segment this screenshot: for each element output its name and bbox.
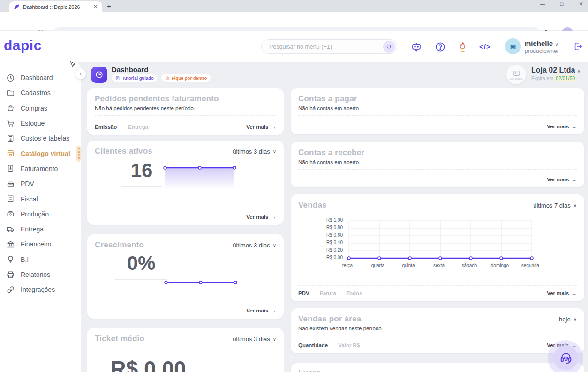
cart-icon: [6, 119, 15, 128]
window-minimize-button[interactable]: —: [539, 1, 546, 7]
vendas-tabs: PDVFaturaTodos: [298, 290, 362, 296]
folder-icon: [6, 89, 15, 97]
period-select[interactable]: hoje∨: [559, 316, 577, 323]
store-selector[interactable]: Loja 02 Ltda ∨: [531, 66, 580, 74]
browser-tab[interactable]: Dashboard :: Dapic 2026 ✕: [9, 1, 102, 12]
calculator-icon: [6, 134, 15, 143]
sidebar-item-cadastros[interactable]: Cadastros: [0, 85, 81, 100]
period-select[interactable]: últimos 3 dias∨: [233, 242, 276, 249]
x-axis-labels: terçaquartaquintasextasábadodomingosegun…: [347, 262, 534, 268]
logout-icon[interactable]: [573, 41, 583, 52]
tab[interactable]: Todos: [347, 290, 362, 296]
crescimento-value: 0%: [111, 252, 172, 275]
tab-close-icon[interactable]: ✕: [92, 4, 98, 10]
card-lucro: Lucro: [291, 363, 584, 372]
sidebar-item-faturamento[interactable]: Faturamento: [0, 161, 81, 176]
picture-icon: [513, 69, 520, 77]
user-name[interactable]: michelle ∨: [525, 39, 558, 47]
vendas-area-tabs: QuantidadeValor R$: [298, 342, 360, 348]
invoice-icon: [6, 164, 15, 173]
help-icon[interactable]: [435, 41, 446, 52]
dapic-logo[interactable]: dapic: [4, 37, 42, 53]
chevron-down-icon: ∨: [273, 336, 276, 342]
ver-mais-link[interactable]: Ver mais→: [547, 290, 577, 296]
y-axis-tick: R$ 0,00: [326, 255, 343, 263]
chevron-down-icon: ∨: [273, 243, 276, 248]
app-header: dapic </> M michelle ∨ productowner: [0, 31, 588, 62]
streak-flame-icon[interactable]: [457, 41, 468, 52]
ver-mais-link[interactable]: Ver mais→: [246, 124, 276, 130]
code-icon[interactable]: </>: [479, 43, 495, 54]
sidebar-item-estoque[interactable]: Estoque: [0, 116, 81, 131]
tab-title: Dashboard :: Dapic 2026: [23, 4, 89, 10]
register-icon: [6, 179, 15, 188]
sidebar-collapse-button[interactable]: [75, 68, 86, 79]
card-vendas-por-area: Vendas por área hoje∨ Não existem vendas…: [291, 308, 584, 353]
page-title: Dashboard: [112, 66, 148, 74]
card-title: Clientes ativos: [95, 147, 152, 156]
truck-icon: [6, 225, 15, 234]
y-axis-labels: R$ 1,00R$ 0,80R$ 0,60R$ 0,40R$ 0,20R$ 0,…: [298, 220, 347, 268]
card-ticket-medio: Ticket médio últimos 3 dias∨ R$ 0,00: [87, 328, 284, 372]
sidebar-item-fiscal[interactable]: Fiscal: [0, 191, 81, 206]
tab[interactable]: PDV: [298, 290, 309, 296]
arrow-right-icon: →: [572, 177, 577, 182]
support-chat-button[interactable]: [553, 345, 578, 370]
tab[interactable]: Quantidade: [298, 342, 328, 348]
ver-mais-link[interactable]: Ver mais→: [547, 177, 577, 182]
sidebar-item-dashboard[interactable]: Dashboard: [0, 70, 81, 85]
tab[interactable]: Fatura: [320, 290, 336, 296]
window-maximize-button[interactable]: □: [558, 1, 565, 7]
sidebar-item-integra-es[interactable]: Integrações: [0, 282, 81, 297]
clientes-ativos-value: 16: [115, 159, 168, 182]
tab[interactable]: Valor R$: [338, 342, 360, 348]
pedidos-tabs: EmissãoEntrega: [95, 124, 148, 130]
new-tab-button[interactable]: +: [107, 2, 111, 10]
menu-search[interactable]: [261, 39, 397, 54]
y-axis-tick: R$ 0,40: [326, 240, 343, 248]
card-empty-message: Não existem vendas neste período.: [298, 326, 383, 331]
sidebar-item-custos-e-tabelas[interactable]: Custos e tabelas: [0, 131, 81, 146]
tab[interactable]: Emissão: [95, 124, 117, 130]
search-icon: [386, 44, 392, 50]
user-avatar[interactable]: M: [505, 38, 521, 54]
sidebar-item-pdv[interactable]: PDV: [0, 176, 81, 191]
card-clientes-ativos: Clientes ativos últimos 3 dias∨ 16 Ver m…: [87, 141, 284, 225]
link-icon: [6, 285, 15, 294]
mouse-cursor: [69, 61, 77, 69]
card-empty-message: Não há pedidos pendentes neste período.: [95, 105, 195, 111]
chatbot-icon[interactable]: [411, 41, 422, 52]
period-select[interactable]: últimos 7 dias∨: [533, 202, 577, 209]
store-avatar[interactable]: Sem imagem: [506, 65, 526, 84]
search-button[interactable]: [383, 41, 395, 53]
fique-por-dentro-badge[interactable]: Fique por dentro: [161, 74, 211, 82]
y-axis-tick: R$ 0,80: [326, 225, 343, 233]
x-axis-tick: sábado: [454, 263, 484, 268]
tab[interactable]: Entrega: [128, 124, 148, 130]
sidebar-item-relat-rios[interactable]: Relatórios: [0, 267, 81, 282]
ticket-medio-value: R$ 0,00: [97, 356, 200, 372]
sidebar-item-financeiro[interactable]: Financeiro: [0, 237, 81, 252]
card-title: Lucro: [298, 368, 321, 372]
x-axis-tick: terça: [332, 263, 362, 268]
search-input[interactable]: [269, 44, 383, 50]
card-title: Vendas por área: [298, 314, 361, 324]
sidebar-item-cat-logo-virtual[interactable]: Catálogo virtual NOVO: [0, 146, 81, 161]
x-axis-tick: domingo: [485, 263, 515, 268]
period-select[interactable]: últimos 3 dias∨: [233, 148, 276, 155]
sidebar-item-compras[interactable]: Compras: [0, 101, 81, 116]
ver-mais-link[interactable]: Ver mais→: [246, 214, 276, 220]
divider: [298, 169, 577, 170]
arrow-right-icon: →: [271, 124, 277, 130]
sidebar-item-entrega[interactable]: Entrega: [0, 222, 81, 237]
browser-toolbar: dapic.app/admin M ⋮: [0, 12, 588, 31]
period-select[interactable]: últimos 3 dias∨: [233, 335, 276, 342]
tutorial-guiado-badge[interactable]: Tutorial guiado: [112, 74, 158, 82]
sidebar-item-produ-o[interactable]: Produção: [0, 207, 81, 222]
sidebar-item-b-i[interactable]: B.I: [0, 252, 81, 267]
arrow-right-icon: →: [572, 124, 577, 129]
ver-mais-link[interactable]: Ver mais→: [246, 308, 276, 313]
browser-tabstrip: Dashboard :: Dapic 2026 ✕ + — □ ✕: [0, 0, 588, 12]
ver-mais-link[interactable]: Ver mais→: [547, 124, 577, 129]
window-close-button[interactable]: ✕: [578, 1, 584, 7]
